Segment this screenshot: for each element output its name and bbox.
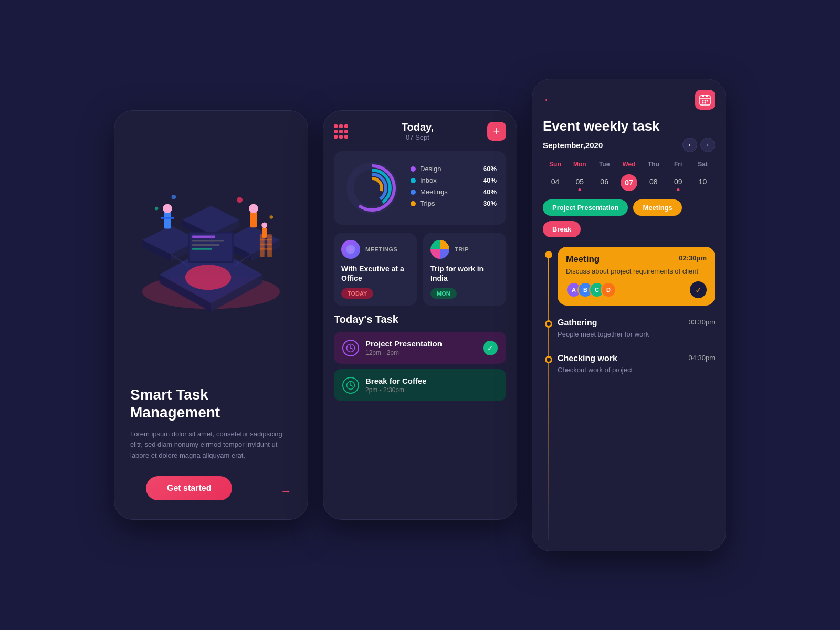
- timeline-item-checking: Checking work 04:30pm Checkout work of p…: [558, 352, 715, 377]
- get-started-button[interactable]: Get started: [146, 476, 232, 500]
- svg-line-48: [351, 348, 353, 349]
- svg-point-26: [172, 195, 176, 200]
- add-button[interactable]: +: [487, 122, 506, 141]
- svg-rect-14: [164, 212, 171, 229]
- task-break-time: 2pm - 2:30pm: [365, 386, 498, 394]
- clock-svg: [346, 343, 355, 353]
- grid-dot: [344, 130, 348, 133]
- legend-pct-inbox: 40%: [483, 176, 497, 184]
- gathering-title: Gathering: [558, 318, 597, 328]
- grid-dot: [344, 135, 348, 139]
- timeline-item-gathering: Gathering 03:30pm People meet together f…: [558, 316, 715, 341]
- legend-label-meetings: Meetings: [420, 188, 479, 196]
- phone-1: Smart Task Management Lorem ipsum dolor …: [114, 110, 308, 520]
- meetings-mini-card: MEETINGS With Excutive at a Office TODAY: [334, 233, 417, 306]
- task-project-name: Project Presentation: [365, 339, 477, 348]
- meeting-desc: Discuss about project requirements of cl…: [566, 267, 707, 276]
- grid-dot: [334, 130, 338, 133]
- svg-rect-33: [260, 248, 272, 250]
- cal-date-05-wrap: 05: [568, 174, 592, 191]
- p3-nav-buttons: ‹ ›: [682, 138, 715, 152]
- clock-svg-teal: [346, 381, 355, 390]
- tag-meetings[interactable]: Meetings: [633, 200, 681, 216]
- cal-day-sun: Sun: [543, 159, 568, 170]
- legend-pct-meetings: 40%: [483, 188, 497, 196]
- meeting-card[interactable]: Meeting 02:30pm Discuss about project re…: [558, 247, 715, 306]
- svg-rect-24: [192, 248, 212, 250]
- meeting-title-row: Meeting 02:30pm: [566, 254, 707, 265]
- text-area-1: Smart Task Management Lorem ipsum dolor …: [114, 381, 308, 500]
- legend-pct-design: 60%: [483, 165, 497, 173]
- trip-mini-card: TRIP Trip for work in India MON: [423, 233, 506, 306]
- gathering-event[interactable]: Gathering 03:30pm People meet together f…: [558, 316, 715, 341]
- p3-title: Event weekly task: [543, 118, 715, 134]
- mini-cards-row: MEETINGS With Excutive at a Office TODAY: [334, 233, 506, 306]
- svg-point-35: [261, 222, 267, 228]
- cal-date-08[interactable]: 08: [641, 174, 666, 191]
- calendar-icon-button[interactable]: [695, 90, 715, 110]
- timeline: Meeting 02:30pm Discuss about project re…: [543, 247, 715, 540]
- phone-2-content: Today, 07 Sept +: [323, 111, 517, 519]
- legend-pct-trips: 30%: [483, 200, 497, 207]
- calendar-grid: Sun Mon Tue Wed Thu Fri Sat 04 05 06: [543, 159, 715, 191]
- svg-point-56: [702, 100, 704, 102]
- tag-project-presentation[interactable]: Project Presentation: [543, 200, 628, 216]
- app-desc: Lorem ipsum dolor sit amet, consetetur s…: [130, 429, 292, 461]
- trip-badge: MON: [430, 288, 457, 299]
- task-break-name: Break for Coffee: [365, 376, 498, 385]
- grid-dot: [339, 124, 343, 128]
- svg-point-25: [237, 197, 243, 203]
- cal-header-row: Sun Mon Tue Wed Thu Fri Sat: [543, 159, 715, 170]
- task-card-project[interactable]: Project Presentation 12pm - 2pm ✓: [334, 332, 506, 364]
- trip-card-desc: Trip for work in India: [430, 264, 499, 283]
- app-title: Smart Task Management: [130, 386, 292, 421]
- next-month-button[interactable]: ›: [700, 138, 715, 152]
- legend-dot-inbox: [411, 178, 416, 183]
- cal-day-thu: Thu: [641, 159, 666, 170]
- tag-break[interactable]: Break: [543, 221, 581, 237]
- cal-date-10[interactable]: 10: [690, 174, 715, 191]
- cal-date-09-wrap: 09: [666, 174, 690, 191]
- illustration-area: [114, 111, 308, 381]
- task-project-time: 12pm - 2pm: [365, 349, 477, 356]
- arrow-right-icon[interactable]: →: [280, 485, 292, 498]
- donut-svg: [343, 159, 401, 217]
- svg-point-58: [707, 100, 708, 102]
- gathering-time: 03:30pm: [688, 318, 715, 328]
- task-card-break[interactable]: Break for Coffee 2pm - 2:30pm: [334, 369, 506, 401]
- cal-day-tue: Tue: [592, 159, 617, 170]
- svg-rect-34: [262, 227, 267, 238]
- timeline-dot-checking: [545, 356, 552, 363]
- legend-label-inbox: Inbox: [420, 176, 479, 184]
- cal-date-07[interactable]: 07: [621, 174, 637, 191]
- task-check-icon: ✓: [483, 341, 498, 355]
- gathering-desc: People meet together for work: [558, 330, 715, 339]
- cal-date-06[interactable]: 06: [592, 174, 617, 191]
- checking-event[interactable]: Checking work 04:30pm Checkout work of p…: [558, 352, 715, 377]
- meetings-card-header: MEETINGS: [341, 240, 410, 259]
- back-arrow-icon[interactable]: ←: [543, 93, 554, 107]
- timeline-item-meeting: Meeting 02:30pm Discuss about project re…: [558, 247, 715, 306]
- svg-point-59: [702, 102, 704, 104]
- meeting-title: Meeting: [566, 254, 600, 265]
- grid-dot: [344, 124, 348, 128]
- dot-09: [677, 188, 679, 191]
- checking-desc: Checkout work of project: [558, 365, 715, 375]
- checking-title: Checking work: [558, 354, 617, 363]
- grid-dot: [334, 135, 338, 139]
- legend-dot-trips: [411, 201, 416, 206]
- gathering-title-row: Gathering 03:30pm: [558, 318, 715, 328]
- clock-icon-teal: [342, 377, 359, 394]
- p2-date: 07 Sept: [402, 133, 434, 141]
- svg-rect-23: [192, 244, 219, 246]
- grid-icon[interactable]: [334, 124, 348, 139]
- donut-chart: [343, 159, 401, 217]
- prev-month-button[interactable]: ‹: [682, 138, 697, 152]
- legend-meetings: Meetings 40%: [411, 188, 497, 196]
- p3-month-row: September,2020 ‹ ›: [543, 138, 715, 152]
- legend-trips: Trips 30%: [411, 200, 497, 207]
- cal-date-04[interactable]: 04: [543, 174, 568, 191]
- svg-point-57: [705, 100, 706, 102]
- phones-container: Smart Task Management Lorem ipsum dolor …: [114, 79, 726, 551]
- svg-rect-21: [192, 236, 215, 238]
